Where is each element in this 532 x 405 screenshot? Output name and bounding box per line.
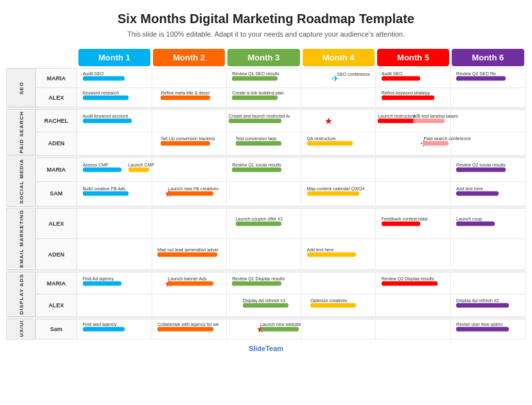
gantt-bar: [307, 141, 353, 146]
gantt-cell: Find wed agency: [77, 319, 152, 339]
gantt-bar: [129, 167, 150, 172]
bar-text: Launch coup: [456, 217, 482, 221]
table-row: ALEXKeyword researchRefine meta title & …: [7, 88, 526, 107]
bar-text: Review Q1 Display results: [232, 276, 285, 281]
gantt-bar: [232, 76, 278, 80]
gantt-cell: Display Ad refresh #1: [226, 294, 301, 316]
table-row: EMAIL MARKETINGALEXLaunch coupon offer #…: [7, 208, 526, 239]
gantt-cell: Map content calendar Q3/Q4: [301, 182, 376, 206]
gantt-cell: Review Q1 social results: [226, 158, 301, 182]
person-name: SAM: [35, 182, 77, 206]
gantt-cell: ★: [301, 110, 376, 132]
gantt-cell: Review Q1 SEO results: [226, 69, 301, 88]
gantt-bar: [382, 95, 434, 100]
gantt-cell: Keyword research: [77, 88, 152, 107]
gantt-bar: [83, 281, 121, 285]
bar-text: SEO conference: [337, 72, 370, 76]
gantt-bar: [423, 141, 448, 146]
gantt-cell: [301, 88, 376, 107]
gantt-bar: [378, 119, 416, 123]
gantt-cell: [226, 182, 301, 206]
gantt-bar: [307, 192, 360, 196]
gantt-cell: [450, 110, 525, 132]
bar-text: Launch new website: [260, 322, 301, 327]
bar-text: Launch new FB creatives: [168, 186, 218, 191]
gantt-cell: [376, 182, 450, 206]
person-name: ALEX: [35, 88, 77, 107]
bar-text: Review Q1 SEO results: [232, 71, 279, 76]
bar-text: Build creative FB Ads: [83, 186, 126, 191]
bar-text: Optimize creatives: [310, 298, 348, 303]
gantt-cell: Review Q2 social results: [450, 158, 525, 182]
table-row: UX/UISamFind wed agencyCollaborate with …: [7, 319, 526, 339]
bar-text: Launch restructure: [378, 114, 415, 118]
gantt-cell: ★Launch banner Ads: [152, 273, 226, 294]
bar-text: Audit SEO: [382, 71, 403, 76]
section-label-display-ads: DISPLAY ADS: [7, 273, 36, 317]
gantt-bar: [161, 95, 209, 100]
section-label-social-media: SOCIAL MEDIA: [7, 158, 36, 206]
gantt-bar: [232, 95, 278, 100]
bar-text: Launch banner Ads: [168, 276, 206, 281]
gantt-cell: [450, 132, 525, 155]
gantt-cell: [376, 239, 450, 270]
section-label-seo: SEO: [7, 69, 36, 107]
page: Six Months Digital Marketing Roadmap Tem…: [0, 0, 532, 359]
star-icon: ★: [324, 116, 333, 126]
table-row: ADENMap out lead generation advertisemen…: [7, 239, 526, 270]
bar-text: Refine meta title & descr: [161, 91, 209, 95]
gantt-cell: ✈Paid search conference: [376, 132, 450, 155]
month-1-header: Month 1: [77, 47, 152, 69]
person-name: RACHEL: [35, 110, 77, 132]
gantt-bar: [456, 303, 509, 307]
bar-text: Refine keyword strategy: [382, 91, 430, 95]
gantt-cell: ★Launch new FB creatives: [152, 182, 226, 206]
gantt-bar: [83, 119, 132, 123]
bar-text: Assess CMP: [83, 163, 109, 167]
gantt-cell: Feedback contest blast: [376, 208, 450, 239]
gantt-cell: Optimize creatives: [301, 294, 376, 316]
gantt-cell: Build creative FB Ads: [77, 182, 152, 206]
gantt-cell: Collaborate with agency for website: [152, 319, 226, 339]
roadmap-grid: Month 1 Month 2 Month 3 Month 4 Month 5: [6, 47, 526, 339]
table-row: ALEXDisplay Ad refresh #1Optimize creati…: [7, 294, 526, 316]
gantt-cell: Create and launch restricted AdWords: [226, 110, 301, 132]
gantt-bar: [157, 252, 217, 256]
gantt-bar: [456, 192, 499, 196]
gantt-cell: Audit SEO: [376, 69, 450, 88]
footer-brand: SlideTeam: [6, 345, 526, 352]
gantt-bar: [260, 327, 299, 331]
gantt-bar: [456, 76, 506, 80]
gantt-bar: [413, 119, 445, 123]
gantt-cell: [301, 158, 376, 182]
bar-text: Launch coupon offer #1: [236, 217, 283, 221]
gantt-bar: [456, 221, 495, 226]
month-6-header: Month 6: [450, 47, 525, 69]
bar-text: Set Up conversion tracking: [161, 136, 215, 141]
bar-text: Map out lead generation advertisement: [157, 248, 218, 252]
gantt-cell: [77, 132, 152, 155]
bar-text: Map content calendar Q3/Q4: [307, 186, 365, 191]
bar-text: Feedback contest blast: [382, 217, 428, 221]
person-name: ALEX: [35, 294, 77, 316]
gantt-cell: [301, 319, 376, 339]
gantt-cell: Review Q2 Display results: [376, 273, 450, 294]
month-header-row: Month 1 Month 2 Month 3 Month 4 Month 5: [7, 47, 526, 69]
gantt-cell: [450, 273, 525, 294]
gantt-cell: [77, 208, 152, 239]
gantt-cell: SEO conference✈: [301, 69, 376, 88]
person-name: MARIA: [35, 69, 77, 88]
gantt-cell: Audit SEO: [77, 69, 152, 88]
bar-text: Keyword research: [83, 91, 119, 95]
gantt-bar: [382, 76, 420, 80]
gantt-bar: [307, 252, 356, 256]
bar-text: Display Ad refresh #2: [456, 298, 499, 303]
gantt-bar: [456, 167, 506, 172]
plane-icon: ✈: [332, 73, 339, 84]
gantt-bar: [83, 327, 125, 331]
bar-text: Review Q1 social results: [232, 163, 281, 167]
section-label-ux/ui: UX/UI: [7, 319, 36, 339]
gantt-cell: [152, 158, 226, 182]
gantt-cell: [301, 273, 376, 294]
gantt-bar: [236, 141, 281, 146]
